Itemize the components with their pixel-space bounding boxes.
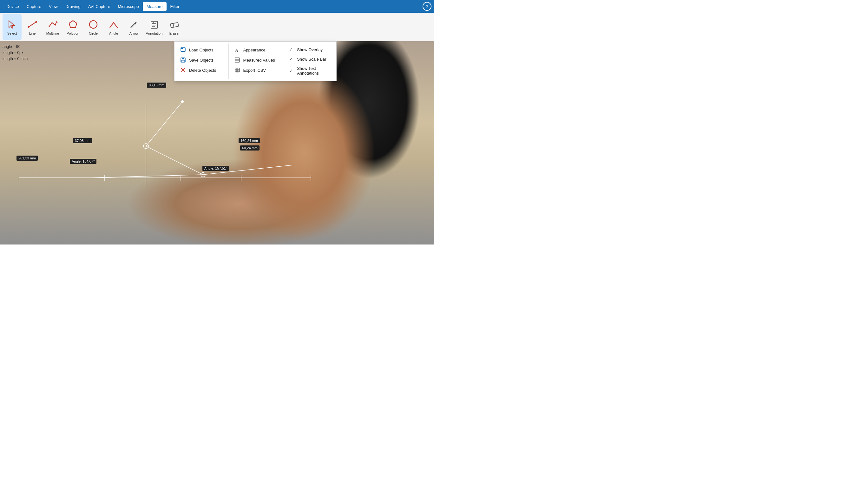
- save-objects-label: Save Objects: [189, 58, 214, 62]
- measure-dropdown: Load Objects Save Objects Delete Objects…: [174, 41, 337, 81]
- svg-point-2: [28, 26, 30, 28]
- measurement-83mm: 83,16 mm: [147, 83, 166, 88]
- table-icon: [235, 57, 240, 63]
- help-button[interactable]: ?: [423, 2, 431, 11]
- measurement-160mm: 160,24 mm: [239, 138, 260, 143]
- svg-point-6: [90, 21, 97, 28]
- show-scale-bar-label: Show Scale Bar: [297, 57, 327, 62]
- delete-objects-label: Delete Objects: [189, 68, 216, 73]
- appearance-label: Appearance: [243, 48, 266, 52]
- annotation-icon: T: [149, 19, 160, 30]
- export-icon: [235, 67, 240, 73]
- show-overlay-item[interactable]: ✓ Show Overlay: [282, 45, 336, 54]
- tool-circle[interactable]: Circle: [84, 14, 103, 40]
- menu-filter[interactable]: Filter: [166, 2, 183, 11]
- menu-capture[interactable]: Capture: [23, 2, 45, 11]
- angle-icon: [108, 19, 119, 30]
- select-icon: [6, 19, 18, 30]
- show-scale-bar-check: ✓: [288, 57, 294, 62]
- multiline-icon: [47, 19, 58, 30]
- svg-text:A: A: [235, 48, 238, 53]
- menu-microscope[interactable]: Microscope: [114, 2, 143, 11]
- tool-select[interactable]: Select: [3, 14, 22, 40]
- toolbar: Select Line Multiline Polygon: [0, 13, 434, 41]
- length2-status: length = 0 Inch: [3, 56, 28, 62]
- measurement-37mm: 37,08 mm: [73, 138, 92, 143]
- delete-icon: [180, 67, 186, 73]
- svg-rect-22: [182, 58, 184, 59]
- tool-polygon-label: Polygon: [67, 31, 79, 35]
- svg-point-3: [35, 21, 37, 23]
- measured-values-item[interactable]: Measured Values: [229, 55, 283, 65]
- svg-rect-31: [235, 68, 240, 72]
- delete-objects-item[interactable]: Delete Objects: [175, 65, 228, 75]
- tool-multiline-label: Multiline: [46, 31, 59, 35]
- dropdown-left-col: Load Objects Save Objects Delete Objects: [175, 44, 229, 79]
- measured-values-label: Measured Values: [243, 58, 275, 62]
- show-overlay-label: Show Overlay: [297, 47, 323, 52]
- menu-measure[interactable]: Measure: [143, 2, 166, 11]
- tool-annotation[interactable]: T Annotation: [145, 14, 164, 40]
- measurement-angle164: Angle: 164,07°: [70, 159, 96, 164]
- svg-rect-36: [236, 71, 239, 73]
- tool-circle-label: Circle: [89, 31, 98, 35]
- save-objects-item[interactable]: Save Objects: [175, 55, 228, 65]
- dropdown-section: Load Objects Save Objects Delete Objects…: [175, 44, 336, 79]
- load-objects-item[interactable]: Load Objects: [175, 45, 228, 55]
- tool-angle[interactable]: Angle: [104, 14, 123, 40]
- tool-annotation-label: Annotation: [146, 31, 163, 35]
- line-icon: [27, 19, 38, 30]
- status-overlay: angle = 90 length = 0px length = 0 Inch: [3, 44, 28, 62]
- angle-status: angle = 90: [3, 44, 28, 50]
- export-csv-item[interactable]: Export .CSV: [229, 65, 283, 75]
- show-overlay-check: ✓: [288, 47, 294, 52]
- svg-rect-20: [182, 51, 184, 52]
- menu-device[interactable]: Device: [3, 2, 23, 11]
- tool-angle-label: Angle: [109, 31, 118, 35]
- save-icon: [180, 57, 186, 63]
- tool-arrow[interactable]: Arrow: [124, 14, 144, 40]
- tool-multiline[interactable]: Multiline: [43, 14, 62, 40]
- tool-arrow-label: Arrow: [129, 31, 138, 35]
- svg-rect-15: [170, 23, 179, 28]
- svg-rect-10: [151, 21, 157, 28]
- svg-marker-0: [9, 21, 14, 28]
- appearance-icon: A: [235, 47, 240, 53]
- menu-avi-capture[interactable]: AVI Capture: [84, 2, 114, 11]
- svg-rect-23: [182, 60, 185, 62]
- svg-marker-5: [69, 21, 77, 28]
- tool-eraser[interactable]: Eraser: [165, 14, 184, 40]
- circle-icon: [88, 19, 99, 30]
- show-scale-bar-item[interactable]: ✓ Show Scale Bar: [282, 54, 336, 64]
- length1-status: length = 0px: [3, 50, 28, 56]
- measurement-261mm: 261,33 mm: [17, 155, 38, 161]
- menu-view[interactable]: View: [45, 2, 62, 11]
- menu-drawing[interactable]: Drawing: [62, 2, 84, 11]
- tool-line-label: Line: [29, 31, 36, 35]
- tool-eraser-label: Eraser: [169, 31, 180, 35]
- dropdown-toggle-col: ✓ Show Overlay ✓ Show Scale Bar ✓ Show T…: [282, 44, 336, 79]
- measurement-60mm: 60,24 mm: [240, 145, 259, 150]
- show-text-annotations-item[interactable]: ✓ Show Text Annotations: [282, 64, 336, 78]
- tool-polygon[interactable]: Polygon: [63, 14, 83, 40]
- svg-rect-18: [181, 48, 183, 49]
- tool-line[interactable]: Line: [23, 14, 42, 40]
- appearance-item[interactable]: A Appearance: [229, 45, 283, 55]
- eraser-icon: [169, 19, 180, 30]
- polygon-icon: [67, 19, 79, 30]
- show-text-annotations-check: ✓: [288, 68, 294, 74]
- load-icon: [180, 47, 186, 53]
- svg-line-1: [29, 22, 36, 27]
- export-csv-label: Export .CSV: [243, 68, 266, 73]
- arrow-icon: [128, 19, 140, 30]
- show-text-annotations-label: Show Text Annotations: [297, 66, 331, 76]
- menubar: Device Capture View Drawing AVI Capture …: [0, 0, 434, 13]
- svg-text:T: T: [153, 22, 154, 25]
- load-objects-label: Load Objects: [189, 48, 214, 52]
- svg-rect-27: [235, 58, 240, 62]
- tool-select-label: Select: [7, 31, 17, 35]
- measurement-angle157: Angle: 157,51°: [203, 166, 229, 171]
- dropdown-middle-col: A Appearance Measured Values Export .CSV: [229, 44, 283, 79]
